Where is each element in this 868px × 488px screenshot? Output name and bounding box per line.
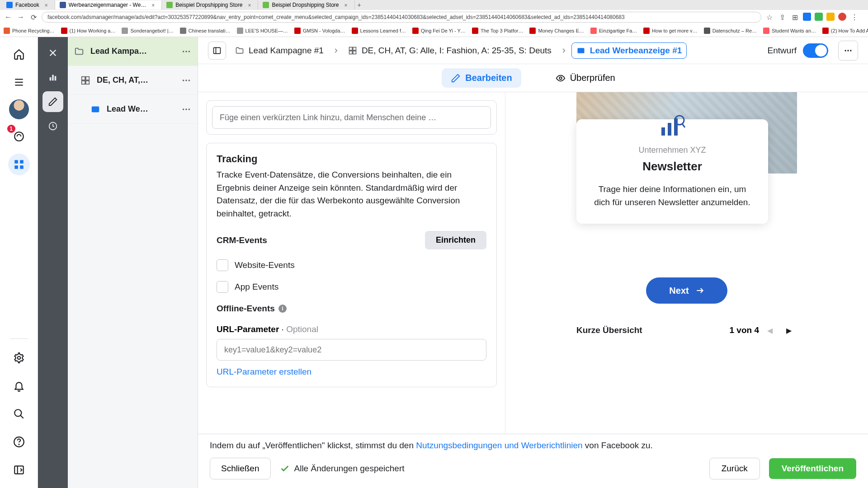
svg-line-10 [20, 415, 24, 418]
url-bar[interactable]: facebook.com/adsmanager/manage/ads/edit?… [42, 12, 761, 23]
svg-point-43 [847, 50, 849, 51]
menu-icon[interactable] [8, 71, 30, 93]
share-icon[interactable]: ⇪ [778, 13, 787, 22]
publish-button[interactable]: Veröffentlichen [769, 458, 856, 479]
bookmark-item[interactable]: GMSN - Vologda… [294, 28, 345, 34]
browser-tab[interactable]: Werbeanzeigenmanager - We…× [55, 0, 162, 9]
tab-close-icon[interactable]: × [248, 2, 253, 8]
bookmark-item[interactable]: Student Wants an… [763, 28, 816, 34]
bookmark-item[interactable]: How to get more v… [643, 28, 697, 34]
bookmark-item[interactable]: Sonderangebot! |… [122, 28, 173, 34]
svg-rect-39 [349, 51, 352, 54]
tree-campaign[interactable]: Lead Kampa… [68, 37, 198, 66]
edit-icon[interactable] [42, 91, 63, 112]
svg-rect-5 [20, 160, 24, 164]
browser-tab[interactable]: Facebook× [2, 0, 55, 9]
history-icon[interactable] [42, 116, 63, 136]
more-icon[interactable] [181, 104, 191, 114]
help-icon[interactable] [8, 431, 30, 453]
bookmark-item[interactable]: Phone Recycling… [4, 28, 55, 34]
bookmark-item[interactable]: Lessons Learned f… [352, 28, 406, 34]
tab-title: Beispiel Dropshipping Store [175, 2, 242, 8]
bookmark-favicon [61, 28, 67, 34]
close-editor-button[interactable] [42, 42, 63, 63]
svg-rect-26 [82, 80, 85, 84]
tree-adset[interactable]: DE, CH, AT,… [68, 66, 198, 95]
rail-divider [10, 338, 28, 339]
settings-icon[interactable] [8, 347, 30, 369]
tos-link[interactable]: Nutzungsbedingungen und Werberichtlinien [416, 441, 582, 450]
bookmark-item[interactable]: Datenschutz – Re… [704, 28, 757, 34]
search-icon[interactable] [8, 403, 30, 425]
close-button[interactable]: Schließen [210, 458, 271, 479]
ext-icon-2[interactable] [815, 13, 823, 21]
create-url-param-link[interactable]: URL-Parameter erstellen [217, 367, 486, 377]
browser-tab[interactable]: Beispiel Dropshipping Store× [162, 0, 258, 9]
svg-rect-25 [86, 76, 89, 80]
draft-toggle[interactable] [803, 43, 828, 58]
breadcrumb-ad[interactable]: Lead Werbeanzeige #1 [571, 42, 687, 59]
ads-manager-icon[interactable] [8, 154, 30, 175]
setup-button[interactable]: Einrichten [425, 231, 486, 249]
extensions-icon[interactable]: ⊞ [790, 13, 799, 22]
svg-point-21 [183, 51, 184, 52]
form-column: Füge einen verkürzten Link hinzu, damit … [198, 92, 505, 434]
bookmark-item[interactable]: (1) How Working a… [61, 28, 116, 34]
notifications-icon[interactable] [8, 375, 30, 397]
overview-icon[interactable]: 1 [8, 126, 30, 147]
svg-point-32 [183, 108, 184, 110]
new-tab-button[interactable]: + [355, 1, 364, 9]
nav-forward-button[interactable]: → [16, 13, 25, 22]
back-button[interactable]: Zurück [709, 458, 760, 479]
arrow-right-icon [695, 286, 704, 295]
tab-close-icon[interactable]: × [45, 2, 50, 8]
info-icon[interactable]: i [278, 305, 287, 313]
bookmark-label: Datenschutz – Re… [712, 28, 757, 33]
bookmark-item[interactable]: Qing Fei De Yi - Y… [412, 28, 466, 34]
bookmark-item[interactable]: Chinese translati… [180, 28, 231, 34]
chrome-menu-icon[interactable]: ⋮ [850, 13, 859, 22]
breadcrumb-more-button[interactable] [838, 41, 858, 61]
fb-extension-icon[interactable] [803, 13, 811, 21]
url-param-input[interactable] [217, 339, 486, 361]
sidebar-toggle-button[interactable] [208, 42, 226, 60]
bookmark-item[interactable]: Einzigartige Fa… [590, 28, 637, 34]
nav-back-button[interactable]: ← [4, 13, 13, 22]
preview-next-page-button[interactable]: ▶ [786, 326, 797, 335]
favicon-icon [263, 2, 269, 8]
preview-next-button[interactable]: Next [646, 277, 727, 304]
tree-ad[interactable]: Lead We… [68, 95, 198, 124]
bookmark-item[interactable]: (2) How To Add A… [822, 28, 868, 34]
tab-review[interactable]: Überprüfen [547, 68, 624, 88]
account-avatar[interactable] [9, 99, 29, 119]
website-events-checkbox[interactable] [217, 259, 228, 271]
app-events-checkbox[interactable] [217, 281, 228, 293]
bookmark-item[interactable]: Money Changes E… [529, 28, 584, 34]
nav-reload-button[interactable]: ⟳ [29, 13, 38, 22]
browser-tab[interactable]: Beispiel Dropshipping Store× [258, 0, 354, 9]
more-icon[interactable] [181, 47, 191, 56]
svg-point-33 [185, 108, 187, 110]
svg-point-45 [559, 77, 562, 80]
more-icon[interactable] [181, 75, 191, 85]
preview-column: Unternehmen XYZ Newsletter Trage hier de… [505, 92, 868, 434]
svg-rect-17 [50, 77, 52, 80]
breadcrumb-campaign[interactable]: Lead Kampagne #1 [231, 43, 328, 58]
bookmark-favicon [412, 28, 419, 34]
tracking-heading: Tracking [217, 153, 486, 165]
collapse-icon[interactable] [8, 459, 30, 481]
bookmark-item[interactable]: The Top 3 Platfor… [472, 28, 524, 34]
tab-close-icon[interactable]: × [151, 2, 157, 8]
chart-icon[interactable] [42, 67, 63, 88]
tab-close-icon[interactable]: × [344, 2, 350, 8]
home-icon[interactable] [8, 43, 30, 65]
short-link-input[interactable]: Füge einen verkürzten Link hinzu, damit … [212, 106, 491, 129]
tab-edit[interactable]: Bearbeiten [442, 68, 521, 88]
star-icon[interactable]: ☆ [765, 13, 774, 22]
tree-ad-label: Lead We… [107, 104, 175, 114]
breadcrumb-adset[interactable]: DE, CH, AT, G: Alle, I: Fashion, A: 25-3… [344, 43, 556, 58]
bookmark-item[interactable]: LEE'S HOUSE—… [237, 28, 288, 34]
ext-icon-3[interactable] [826, 13, 835, 21]
profile-avatar-icon[interactable] [838, 13, 846, 21]
preview-prev-button[interactable]: ◀ [767, 326, 778, 335]
